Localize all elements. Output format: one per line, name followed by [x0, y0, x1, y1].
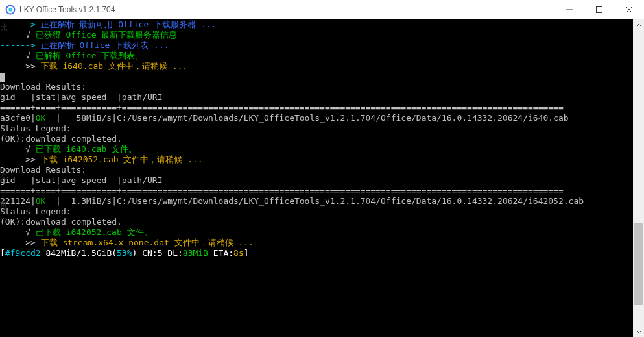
window-title: LKY Office Tools v1.2.1.704	[19, 5, 115, 14]
close-icon	[626, 6, 632, 13]
console-span: (OK):download completed.	[0, 217, 122, 227]
console-span: ======+====+===========+================…	[0, 186, 564, 195]
console-span: 已获得 Office 最新下载服务器信息	[36, 30, 178, 40]
console-line: ------> 正在解析 最新可用 Office 下载服务器 ...	[0, 19, 633, 30]
console-line: √ 已解析 Office 下载列表。	[0, 51, 633, 61]
console-line: Download Results:	[0, 165, 633, 175]
console-span: 下载 stream.x64.x-none.dat 文件中，请稍候 ...	[41, 238, 254, 247]
console-span: gid |stat|avg speed |path/URI	[0, 175, 162, 185]
close-button[interactable]	[614, 0, 644, 19]
console-span: ) CN:	[132, 248, 158, 258]
console-line: >> 下载 i642052.cab 文件中，请稍候 ...	[0, 155, 633, 165]
console-span: √	[0, 227, 36, 237]
console-line: Status Legend:	[0, 123, 633, 134]
console-span: >>	[0, 238, 41, 247]
console-span: 53%	[117, 248, 132, 258]
console-span: 221124|	[0, 196, 36, 206]
console-span: √	[0, 30, 36, 40]
console-span: ======+====+===========+================…	[0, 103, 564, 112]
console-line: ======+====+===========+================…	[0, 103, 633, 113]
text-cursor	[0, 73, 5, 82]
console-span: 已下载 i640.cab 文件。	[36, 144, 137, 154]
console-span: 8s	[233, 248, 244, 258]
console-span: √	[0, 51, 36, 60]
console-line: gid |stat|avg speed |path/URI	[0, 92, 633, 103]
console-line: ------> 正在解析 Office 下载列表 ...	[0, 40, 633, 51]
console-span: [	[0, 248, 5, 258]
console-span: 正在解析 最新可用 Office 下载服务器 ...	[41, 19, 217, 29]
console-span: #f9ccd2	[5, 248, 41, 258]
console-span: ------>	[0, 19, 41, 29]
console-span: 正在解析 Office 下载列表 ...	[41, 40, 169, 50]
console-span: 已下载 i642052.cab 文件。	[36, 227, 152, 237]
vertical-scrollbar[interactable]	[633, 19, 644, 337]
console-span: ETA:	[208, 248, 233, 258]
console-span: 83MiB	[183, 248, 208, 258]
console-span: >>	[0, 155, 41, 164]
scrollbar-track[interactable]	[633, 31, 644, 326]
console-span: 下载 i642052.cab 文件中，请稍候 ...	[41, 155, 203, 164]
console-line: >> 下载 i640.cab 文件中，请稍候 ...	[0, 61, 633, 71]
console-span: 下载 i640.cab 文件中，请稍候 ...	[41, 61, 188, 71]
console-span: (	[112, 248, 117, 258]
console-line: 221124|OK | 1.3MiB/s|C:/Users/wmymt/Down…	[0, 196, 633, 206]
console-span: >>	[0, 61, 41, 71]
window-titlebar: LKY Office Tools v1.2.1.704	[0, 0, 644, 19]
console-span: OK	[36, 113, 46, 123]
scrollbar-up-button[interactable]	[633, 19, 644, 31]
console-span: 1.5GiB	[81, 248, 112, 258]
console-line: [#f9ccd2 842MiB/1.5GiB(53%) CN:5 DL:83Mi…	[0, 248, 633, 258]
console-span: Download Results:	[0, 82, 86, 92]
console-line: Status Legend:	[0, 206, 633, 217]
console-line: >> 下载 stream.x64.x-none.dat 文件中，请稍候 ...	[0, 238, 633, 248]
scrollbar-thumb[interactable]	[634, 223, 643, 305]
maximize-icon	[596, 6, 602, 13]
console-span: DL:	[163, 248, 183, 258]
console-line: (OK):download completed.	[0, 217, 633, 227]
console-span: OK	[36, 196, 46, 206]
svg-point-1	[8, 8, 12, 11]
console-line: √ 已下载 i642052.cab 文件。	[0, 227, 633, 238]
console-span: 5	[158, 248, 163, 258]
console-span: Download Results:	[0, 165, 86, 175]
console-span: | 58MiB/s|C:/Users/wmymt/Downloads/LKY_O…	[45, 113, 568, 123]
scrollbar-down-button[interactable]	[633, 326, 644, 337]
console-line: a3cfe0|OK | 58MiB/s|C:/Users/wmymt/Downl…	[0, 113, 633, 123]
chevron-up-icon	[636, 23, 641, 28]
console-span: 842MiB	[41, 248, 77, 258]
console-span: ------>	[0, 40, 41, 50]
console-wrap: ------> 正在解析 最新可用 Office 下载服务器 ... √ 已获得…	[0, 19, 644, 337]
console-span: √	[0, 144, 36, 154]
console-span: ]	[244, 248, 249, 258]
console-span: gid |stat|avg speed |path/URI	[0, 92, 162, 102]
chevron-down-icon	[636, 329, 641, 334]
console-line: √ 已获得 Office 最新下载服务器信息	[0, 30, 633, 40]
console-line: Download Results:	[0, 82, 633, 92]
console-output[interactable]: ------> 正在解析 最新可用 Office 下载服务器 ... √ 已获得…	[0, 19, 633, 337]
console-line: (OK):download completed.	[0, 134, 633, 144]
console-line: gid |stat|avg speed |path/URI	[0, 175, 633, 186]
console-span: | 1.3MiB/s|C:/Users/wmymt/Downloads/LKY_…	[45, 196, 584, 206]
maximize-button[interactable]	[584, 0, 614, 19]
console-span: Status Legend:	[0, 206, 71, 216]
console-line	[0, 71, 633, 82]
console-span: a3cfe0|	[0, 113, 36, 123]
svg-rect-3	[597, 6, 602, 12]
app-icon	[5, 5, 16, 15]
console-span: 已解析 Office 下载列表。	[36, 51, 144, 60]
console-span: Status Legend:	[0, 123, 71, 133]
console-line: ======+====+===========+================…	[0, 186, 633, 196]
minimize-icon	[566, 6, 573, 13]
console-span: (OK):download completed.	[0, 134, 122, 144]
minimize-button[interactable]	[555, 0, 584, 19]
console-line: √ 已下载 i640.cab 文件。	[0, 144, 633, 155]
